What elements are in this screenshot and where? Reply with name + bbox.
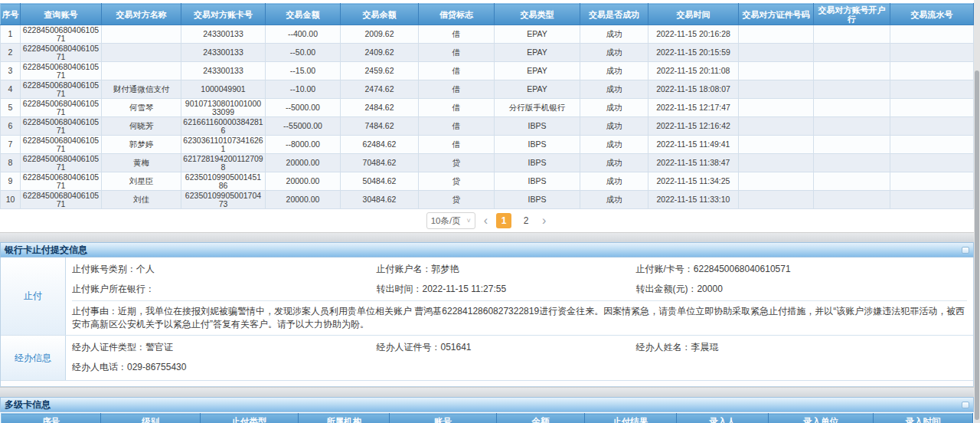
field-agent-cert-no: 经办人证件号：051641 — [376, 337, 635, 357]
cell-seq: 8 — [1, 154, 21, 172]
field-card-number: 止付账/卡号：6228450068040610571 — [635, 259, 967, 279]
transaction-row: 4 6228450068040610571 财付通微信支付 1000049901… — [1, 80, 974, 99]
cell-counterparty-bank — [814, 172, 890, 191]
pagination-bar: 10条/页 ˅ ‹ 1 2 › — [0, 209, 974, 232]
multi-card-section: 多级卡信息 序号 级别 止付类型 — [0, 397, 974, 423]
cell-seq: 6 — [1, 117, 21, 136]
vertical-scrollbar[interactable] — [974, 0, 980, 423]
cell-seq: 3 — [1, 62, 21, 80]
section-title: 多级卡信息 — [5, 398, 51, 412]
cell-counterparty-bank — [814, 80, 890, 99]
cell-transaction-type: EPAY — [495, 62, 580, 80]
transactions-column-header: 交易对方名称 — [102, 4, 181, 25]
cell-serial — [890, 44, 974, 62]
cell-success: 成功 — [580, 80, 648, 99]
transactions-header-row: 序号 查询账号 交易对方名称 交易对方账卡号 交易金额 交易余额 借贷标志 — [1, 4, 974, 25]
cell-transaction-type: IBPS — [495, 154, 580, 172]
stop-payment-section-header: 银行卡止付提交信息 — [0, 242, 974, 257]
cell-serial — [890, 154, 974, 172]
transactions-column-header: 交易对方账卡号 — [181, 4, 266, 25]
cell-amount: --15.00 — [266, 62, 341, 80]
cell-serial — [890, 62, 974, 80]
cell-amount: --50.00 — [266, 44, 341, 62]
cell-balance: 2459.62 — [341, 62, 419, 80]
cell-balance: 2484.62 — [341, 99, 419, 117]
cell-counterparty-cert — [739, 25, 814, 44]
multi-card-column-header: 账号 — [390, 414, 497, 423]
transactions-column-header: 序号 — [1, 4, 21, 25]
cell-query-account: 6228450068040610571 — [21, 99, 102, 117]
cell-counterparty-name: 郭梦婷 — [102, 136, 181, 154]
cell-debit-credit-flag: 借 — [419, 136, 495, 154]
cell-counterparty-cert — [739, 62, 814, 80]
transactions-column-header: 交易类型 — [495, 4, 580, 25]
cell-query-account: 6228450068040610571 — [21, 62, 102, 80]
transactions-column-header: 查询账号 — [21, 4, 102, 25]
multi-card-header-row: 序号 级别 止付类型 所属机构 账号 余额 止付结果 — [2, 414, 973, 423]
cell-time: 2022-11-15 11:38:47 — [648, 154, 739, 172]
page-size-select[interactable]: 10条/页 ˅ — [426, 212, 475, 229]
transactions-column-header: 交易金额 — [266, 4, 341, 25]
page-size-label: 10条/页 — [431, 215, 461, 227]
transactions-column-header: 借贷标志 — [419, 4, 495, 25]
field-transfer-amount: 转出金额(元)：20000 — [635, 279, 967, 299]
cell-debit-credit-flag: 贷 — [419, 154, 495, 172]
cell-transaction-type: EPAY — [495, 44, 580, 62]
transactions-column-header: 交易是否成功 — [580, 4, 648, 25]
prev-page-icon[interactable]: ‹ — [482, 215, 489, 227]
cell-time: 2022-11-15 11:34:25 — [648, 172, 739, 191]
cell-counterparty-name: 刘星臣 — [102, 172, 181, 191]
transaction-row: 3 6228450068040610571 243300133 --15.00 … — [1, 62, 974, 80]
cell-counterparty-name — [102, 62, 181, 80]
cell-success: 成功 — [580, 136, 648, 154]
transactions-table: 序号 查询账号 交易对方名称 交易对方账卡号 交易金额 交易余额 借贷标志 — [0, 3, 974, 209]
cell-counterparty-name — [102, 25, 181, 44]
transactions-column-header: 交易对方证件号码 — [739, 4, 814, 25]
cell-query-account: 6228450068040610571 — [21, 25, 102, 44]
section-footer — [1, 381, 973, 386]
collapse-icon[interactable] — [962, 247, 969, 254]
cell-balance: 2409.62 — [341, 44, 419, 62]
field-agent-name: 经办人姓名：李晨琨 — [635, 337, 967, 357]
cell-debit-credit-flag: 贷 — [419, 172, 495, 191]
section-title: 银行卡止付提交信息 — [5, 244, 87, 257]
multi-card-column-header: 级别 — [101, 414, 201, 423]
cell-balance: 30484.62 — [341, 191, 419, 209]
stop-payment-section-body: 止付 止付账号类别：个人 止付账户名：郭梦艳 止付账/卡号：6228450068… — [0, 257, 974, 387]
cell-counterparty-cert — [739, 136, 814, 154]
cell-seq: 4 — [1, 80, 21, 99]
page-button-2[interactable]: 2 — [518, 213, 534, 228]
cell-seq: 9 — [1, 172, 21, 191]
cell-counterparty-cert — [739, 99, 814, 117]
cell-debit-credit-flag: 借 — [419, 62, 495, 80]
field-agent-cert-type: 经办人证件类型：警官证 — [72, 337, 376, 357]
cell-time: 2022-11-15 18:08:07 — [648, 80, 739, 99]
scrollbar-thumb[interactable] — [975, 70, 979, 420]
cell-query-account: 6228450068040610571 — [21, 117, 102, 136]
cell-counterparty-bank — [814, 44, 890, 62]
field-account-holder: 止付账户名：郭梦艳 — [376, 259, 635, 279]
cell-counterparty-bank — [814, 62, 890, 80]
cell-balance: 50484.62 — [341, 172, 419, 191]
cell-success: 成功 — [580, 154, 648, 172]
cell-query-account: 6228450068040610571 — [21, 136, 102, 154]
cell-seq: 1 — [1, 25, 21, 44]
cell-serial — [890, 99, 974, 117]
chevron-down-icon: ˅ — [466, 217, 470, 225]
page-button-1[interactable]: 1 — [496, 213, 511, 228]
next-page-icon[interactable]: › — [541, 215, 547, 227]
field-transfer-time: 转出时间：2022-11-15 11:27:55 — [376, 279, 635, 299]
cell-amount: --8000.00 — [266, 136, 341, 154]
cell-time: 2022-11-15 20:11:08 — [648, 62, 739, 80]
multi-card-column-header: 余额 — [497, 414, 585, 423]
collapse-icon[interactable] — [962, 402, 969, 408]
cell-serial — [890, 136, 974, 154]
transaction-row: 5 6228450068040610571 何雪琴 90107130801001… — [1, 99, 974, 117]
cell-counterparty-bank — [814, 136, 890, 154]
cell-counterparty-name: 黄梅 — [102, 154, 181, 172]
cell-success: 成功 — [580, 99, 648, 117]
cell-counterparty-name: 财付通微信支付 — [102, 80, 181, 99]
cell-seq: 2 — [1, 44, 21, 62]
cell-query-account: 6228450068040610571 — [21, 44, 102, 62]
cell-counterparty-card: 6217281942001127098 — [181, 154, 266, 172]
